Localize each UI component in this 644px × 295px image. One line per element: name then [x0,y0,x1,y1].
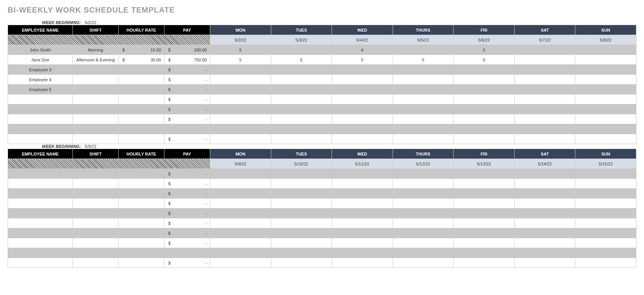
employee-name-cell[interactable] [8,208,73,218]
hours-cell[interactable] [332,95,393,104]
hours-cell[interactable] [271,218,332,228]
hours-cell[interactable] [332,114,393,124]
hours-cell[interactable] [393,258,454,268]
hours-cell[interactable] [271,124,332,134]
hourly-rate-cell[interactable] [119,228,164,238]
shift-cell[interactable] [73,199,119,208]
hours-cell[interactable] [210,258,271,268]
hours-cell[interactable] [393,45,454,55]
hourly-rate-cell[interactable]: $30.00 [119,55,164,65]
hours-cell[interactable] [575,228,636,238]
hours-cell[interactable] [514,228,575,238]
hours-cell[interactable] [514,75,575,85]
hours-cell[interactable] [332,228,393,238]
hours-cell[interactable] [454,169,515,179]
hourly-rate-cell[interactable] [119,124,164,134]
shift-cell[interactable] [73,134,119,144]
hours-cell[interactable] [454,95,515,104]
hours-cell[interactable] [575,114,636,124]
hours-cell[interactable] [210,65,271,75]
hours-cell[interactable] [332,85,393,95]
hours-cell[interactable]: 5 [332,55,393,65]
hours-cell[interactable]: 5 [271,55,332,65]
hourly-rate-cell[interactable] [119,238,164,248]
hours-cell[interactable] [514,189,575,199]
hours-cell[interactable] [514,65,575,75]
hours-cell[interactable] [210,95,271,104]
hours-cell[interactable] [575,218,636,228]
hours-cell[interactable] [271,258,332,268]
hours-cell[interactable] [393,134,454,144]
hours-cell[interactable] [393,179,454,189]
employee-name-cell[interactable] [8,238,73,248]
hours-cell[interactable] [332,189,393,199]
hourly-rate-cell[interactable] [119,258,164,268]
hours-cell[interactable] [514,258,575,268]
hours-cell[interactable] [454,208,515,218]
hours-cell[interactable] [454,218,515,228]
shift-cell[interactable] [73,248,119,258]
hours-cell[interactable] [454,85,515,95]
hours-cell[interactable] [514,95,575,104]
hours-cell[interactable] [271,169,332,179]
hours-cell[interactable]: 3 [454,45,515,55]
employee-name-cell[interactable] [8,95,73,104]
hours-cell[interactable] [514,248,575,258]
hours-cell[interactable] [454,104,515,114]
employee-name-cell[interactable] [8,199,73,208]
hours-cell[interactable] [393,104,454,114]
shift-cell[interactable] [73,114,119,124]
hours-cell[interactable] [454,199,515,208]
hours-cell[interactable] [454,75,515,85]
hours-cell[interactable] [575,85,636,95]
hours-cell[interactable] [271,95,332,104]
hours-cell[interactable] [454,238,515,248]
hours-cell[interactable] [332,258,393,268]
hours-cell[interactable] [210,124,271,134]
hours-cell[interactable]: 5 [393,55,454,65]
hours-cell[interactable] [393,85,454,95]
hours-cell[interactable] [271,75,332,85]
hours-cell[interactable] [332,169,393,179]
shift-cell[interactable] [73,75,119,85]
hours-cell[interactable] [575,238,636,248]
hours-cell[interactable] [271,85,332,95]
employee-name-cell[interactable] [8,248,73,258]
hours-cell[interactable] [210,179,271,189]
shift-cell[interactable]: Morning [73,45,119,55]
employee-name-cell[interactable] [8,134,73,144]
shift-cell[interactable] [73,228,119,238]
hours-cell[interactable] [575,75,636,85]
hours-cell[interactable] [210,134,271,144]
employee-name-cell[interactable]: Employee 3 [8,65,73,75]
hours-cell[interactable]: 5 [454,55,515,65]
hours-cell[interactable] [393,199,454,208]
hours-cell[interactable] [514,124,575,134]
hours-cell[interactable] [210,208,271,218]
hours-cell[interactable] [271,104,332,114]
employee-name-cell[interactable] [8,124,73,134]
hourly-rate-cell[interactable] [119,104,164,114]
hourly-rate-cell[interactable] [119,114,164,124]
employee-name-cell[interactable] [8,169,73,179]
hourly-rate-cell[interactable] [119,134,164,144]
employee-name-cell[interactable] [8,189,73,199]
hours-cell[interactable] [575,65,636,75]
hourly-rate-cell[interactable] [119,248,164,258]
shift-cell[interactable] [73,95,119,104]
hours-cell[interactable]: 4 [332,45,393,55]
hours-cell[interactable] [575,134,636,144]
hours-cell[interactable] [393,248,454,258]
shift-cell[interactable] [73,208,119,218]
shift-cell[interactable] [73,104,119,114]
hours-cell[interactable] [393,238,454,248]
shift-cell[interactable] [73,258,119,268]
hours-cell[interactable] [454,248,515,258]
hours-cell[interactable] [454,179,515,189]
hours-cell[interactable] [393,75,454,85]
hours-cell[interactable] [393,169,454,179]
hours-cell[interactable] [514,55,575,65]
hours-cell[interactable] [514,104,575,114]
hours-cell[interactable] [271,65,332,75]
hours-cell[interactable] [393,114,454,124]
